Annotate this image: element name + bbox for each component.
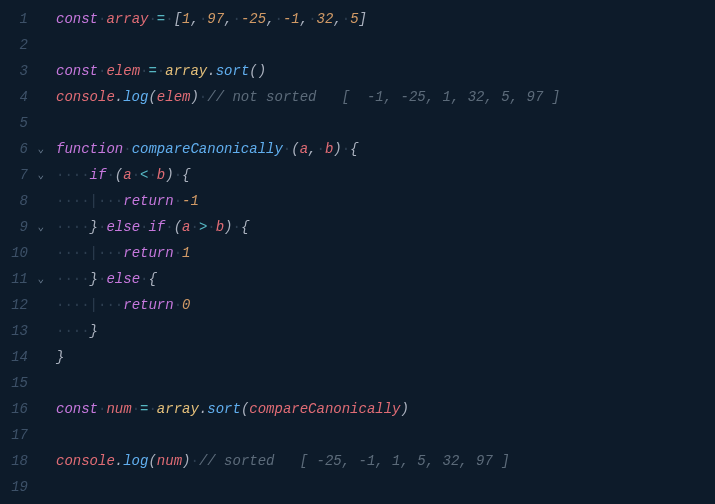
line-number[interactable]: 9⌄: [0, 214, 48, 240]
line-number[interactable]: 13: [0, 318, 48, 344]
line-number[interactable]: 1: [0, 6, 48, 32]
code-editor: 1 2 3 4 5 6⌄ 7⌄ 8 9⌄ 10 11⌄ 12 13 14 15 …: [0, 0, 715, 504]
line-number[interactable]: 7⌄: [0, 162, 48, 188]
code-line[interactable]: ····}·else·if·(a·>·b)·{: [56, 214, 715, 240]
code-area[interactable]: const·array·=·[1,·97,·-25,·-1,·32,·5] co…: [48, 0, 715, 504]
code-line[interactable]: console.log(num)·// sorted [ -25, -1, 1,…: [56, 448, 715, 474]
code-line[interactable]: [56, 110, 715, 136]
line-number[interactable]: 18: [0, 448, 48, 474]
code-line[interactable]: function·compareCanonically·(a,·b)·{: [56, 136, 715, 162]
code-line[interactable]: console.log(elem)·// not sorted [ -1, -2…: [56, 84, 715, 110]
line-number[interactable]: 4: [0, 84, 48, 110]
line-number[interactable]: 8: [0, 188, 48, 214]
line-number[interactable]: 17: [0, 422, 48, 448]
fold-icon[interactable]: ⌄: [32, 136, 44, 162]
code-line[interactable]: [56, 32, 715, 58]
line-number[interactable]: 6⌄: [0, 136, 48, 162]
code-line[interactable]: ····|···return·0: [56, 292, 715, 318]
line-number[interactable]: 14: [0, 344, 48, 370]
code-line[interactable]: }: [56, 344, 715, 370]
line-number[interactable]: 2: [0, 32, 48, 58]
code-line[interactable]: ····}: [56, 318, 715, 344]
code-line[interactable]: const·elem·=·array.sort(): [56, 58, 715, 84]
line-number[interactable]: 12: [0, 292, 48, 318]
fold-icon[interactable]: ⌄: [32, 162, 44, 188]
code-line[interactable]: const·array·=·[1,·97,·-25,·-1,·32,·5]: [56, 6, 715, 32]
line-number[interactable]: 3: [0, 58, 48, 84]
fold-icon[interactable]: ⌄: [32, 214, 44, 240]
fold-icon[interactable]: ⌄: [32, 266, 44, 292]
code-line[interactable]: ····}·else·{: [56, 266, 715, 292]
line-number[interactable]: 19: [0, 474, 48, 500]
line-number[interactable]: 15: [0, 370, 48, 396]
code-line[interactable]: ····|···return·-1: [56, 188, 715, 214]
code-line[interactable]: ····|···return·1: [56, 240, 715, 266]
code-line[interactable]: [56, 474, 715, 500]
code-line[interactable]: [56, 370, 715, 396]
line-number[interactable]: 16: [0, 396, 48, 422]
code-line[interactable]: [56, 422, 715, 448]
line-gutter: 1 2 3 4 5 6⌄ 7⌄ 8 9⌄ 10 11⌄ 12 13 14 15 …: [0, 0, 48, 504]
comment: // sorted [ -25, -1, 1, 5, 32, 97 ]: [199, 453, 510, 469]
code-line[interactable]: const·num·=·array.sort(compareCanonicall…: [56, 396, 715, 422]
comment: // not sorted [ -1, -25, 1, 32, 5, 97 ]: [207, 89, 560, 105]
line-number[interactable]: 5: [0, 110, 48, 136]
line-number[interactable]: 10: [0, 240, 48, 266]
code-line[interactable]: ····if·(a·<·b)·{: [56, 162, 715, 188]
line-number[interactable]: 11⌄: [0, 266, 48, 292]
